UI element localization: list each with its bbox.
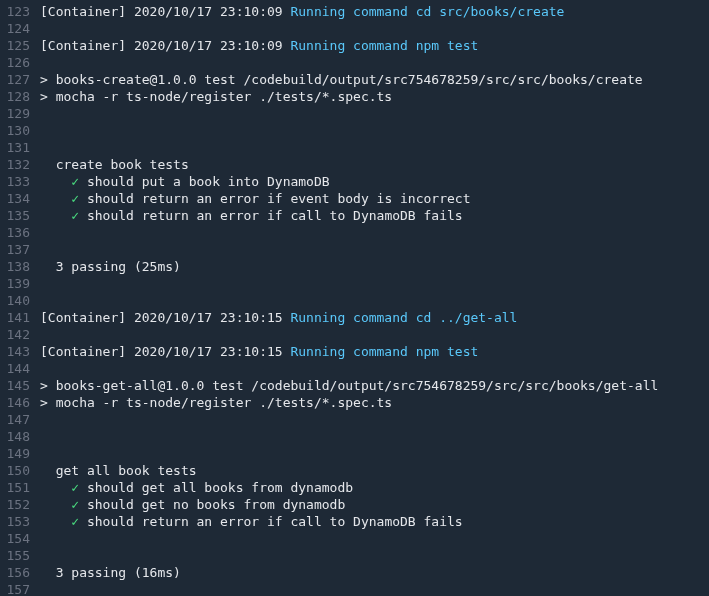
line-content: > mocha -r ts-node/register ./tests/*.sp… — [40, 88, 392, 105]
line-number: 151 — [0, 479, 40, 496]
log-line: 130 — [0, 122, 709, 139]
log-line: 145> books-get-all@1.0.0 test /codebuild… — [0, 377, 709, 394]
log-line: 132 create book tests — [0, 156, 709, 173]
line-number: 152 — [0, 496, 40, 513]
log-line: 152 ✓ should get no books from dynamodb — [0, 496, 709, 513]
line-number: 142 — [0, 326, 40, 343]
line-number: 136 — [0, 224, 40, 241]
line-number: 135 — [0, 207, 40, 224]
line-number: 155 — [0, 547, 40, 564]
line-number: 124 — [0, 20, 40, 37]
line-number: 126 — [0, 54, 40, 71]
line-content: 3 passing (16ms) — [40, 564, 181, 581]
line-number: 129 — [0, 105, 40, 122]
line-number: 127 — [0, 71, 40, 88]
log-line: 136 — [0, 224, 709, 241]
line-content: > books-create@1.0.0 test /codebuild/out… — [40, 71, 643, 88]
log-line: 140 — [0, 292, 709, 309]
line-number: 125 — [0, 37, 40, 54]
log-line: 129 — [0, 105, 709, 122]
log-line: 141[Container] 2020/10/17 23:10:15 Runni… — [0, 309, 709, 326]
line-number: 128 — [0, 88, 40, 105]
log-text — [40, 174, 71, 189]
log-line: 125[Container] 2020/10/17 23:10:09 Runni… — [0, 37, 709, 54]
line-number: 146 — [0, 394, 40, 411]
line-number: 157 — [0, 581, 40, 596]
log-text: > books-create@1.0.0 test /codebuild/out… — [40, 72, 643, 87]
command-text: Running command cd src/books/create — [290, 4, 564, 19]
log-text: should return an error if call to Dynamo… — [79, 208, 463, 223]
line-number: 147 — [0, 411, 40, 428]
log-line: 143[Container] 2020/10/17 23:10:15 Runni… — [0, 343, 709, 360]
log-text: [Container] 2020/10/17 23:10:15 — [40, 344, 290, 359]
log-text: [Container] 2020/10/17 23:10:15 — [40, 310, 290, 325]
log-text: > mocha -r ts-node/register ./tests/*.sp… — [40, 395, 392, 410]
log-text: > mocha -r ts-node/register ./tests/*.sp… — [40, 89, 392, 104]
log-line: 151 ✓ should get all books from dynamodb — [0, 479, 709, 496]
log-text: should return an error if call to Dynamo… — [79, 514, 463, 529]
line-number: 140 — [0, 292, 40, 309]
line-number: 137 — [0, 241, 40, 258]
line-number: 154 — [0, 530, 40, 547]
line-number: 130 — [0, 122, 40, 139]
line-number: 141 — [0, 309, 40, 326]
line-content: > books-get-all@1.0.0 test /codebuild/ou… — [40, 377, 658, 394]
log-text — [40, 480, 71, 495]
line-number: 132 — [0, 156, 40, 173]
log-line: 142 — [0, 326, 709, 343]
line-number: 148 — [0, 428, 40, 445]
log-line: 123[Container] 2020/10/17 23:10:09 Runni… — [0, 3, 709, 20]
line-number: 139 — [0, 275, 40, 292]
log-line: 134 ✓ should return an error if event bo… — [0, 190, 709, 207]
line-number: 153 — [0, 513, 40, 530]
line-content: ✓ should put a book into DynamoDB — [40, 173, 330, 190]
log-text: should return an error if event body is … — [79, 191, 470, 206]
line-content: ✓ should get all books from dynamodb — [40, 479, 353, 496]
line-number: 150 — [0, 462, 40, 479]
line-number: 138 — [0, 258, 40, 275]
log-text: get all book tests — [40, 463, 197, 478]
log-line: 138 3 passing (25ms) — [0, 258, 709, 275]
checkmark-icon: ✓ — [71, 514, 79, 529]
checkmark-icon: ✓ — [71, 480, 79, 495]
log-line: 156 3 passing (16ms) — [0, 564, 709, 581]
line-number: 156 — [0, 564, 40, 581]
log-text: should get no books from dynamodb — [79, 497, 345, 512]
line-content: > mocha -r ts-node/register ./tests/*.sp… — [40, 394, 392, 411]
checkmark-icon: ✓ — [71, 497, 79, 512]
log-line: 155 — [0, 547, 709, 564]
line-content: [Container] 2020/10/17 23:10:09 Running … — [40, 3, 564, 20]
line-number: 123 — [0, 3, 40, 20]
log-line: 147 — [0, 411, 709, 428]
log-text: [Container] 2020/10/17 23:10:09 — [40, 38, 290, 53]
line-content: 3 passing (25ms) — [40, 258, 181, 275]
line-number: 131 — [0, 139, 40, 156]
log-line: 126 — [0, 54, 709, 71]
line-content: ✓ should return an error if event body i… — [40, 190, 470, 207]
log-text: should put a book into DynamoDB — [79, 174, 329, 189]
log-line: 144 — [0, 360, 709, 377]
log-line: 153 ✓ should return an error if call to … — [0, 513, 709, 530]
log-line: 127> books-create@1.0.0 test /codebuild/… — [0, 71, 709, 88]
log-line: 135 ✓ should return an error if call to … — [0, 207, 709, 224]
log-text: 3 passing (16ms) — [40, 565, 181, 580]
log-line: 133 ✓ should put a book into DynamoDB — [0, 173, 709, 190]
line-number: 134 — [0, 190, 40, 207]
checkmark-icon: ✓ — [71, 208, 79, 223]
log-line: 124 — [0, 20, 709, 37]
log-text — [40, 191, 71, 206]
log-line: 146> mocha -r ts-node/register ./tests/*… — [0, 394, 709, 411]
command-text: Running command npm test — [290, 38, 478, 53]
line-content: get all book tests — [40, 462, 197, 479]
line-number: 133 — [0, 173, 40, 190]
log-text: 3 passing (25ms) — [40, 259, 181, 274]
line-number: 145 — [0, 377, 40, 394]
log-text: > books-get-all@1.0.0 test /codebuild/ou… — [40, 378, 658, 393]
log-text — [40, 208, 71, 223]
log-line: 128> mocha -r ts-node/register ./tests/*… — [0, 88, 709, 105]
log-line: 150 get all book tests — [0, 462, 709, 479]
checkmark-icon: ✓ — [71, 174, 79, 189]
line-content: ✓ should get no books from dynamodb — [40, 496, 345, 513]
log-output: 123[Container] 2020/10/17 23:10:09 Runni… — [0, 0, 709, 596]
log-line: 154 — [0, 530, 709, 547]
